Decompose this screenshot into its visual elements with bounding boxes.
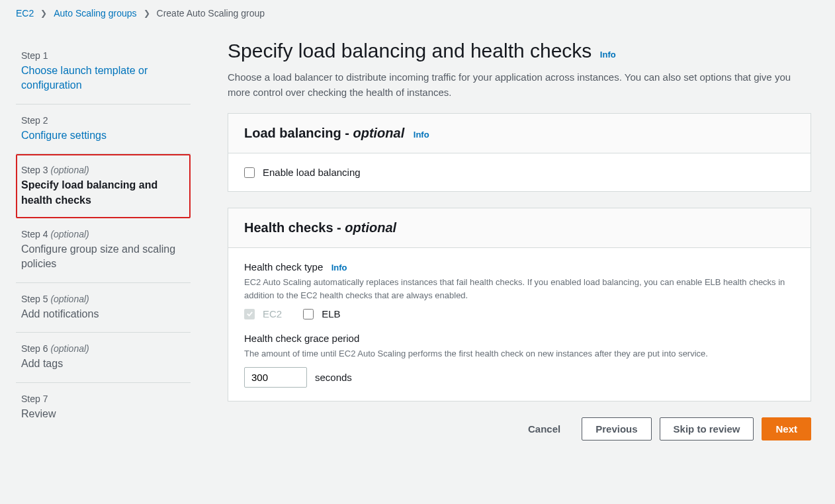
panel-header: Health checks - optional [228, 208, 811, 248]
panel-title: Load balancing - optional [244, 126, 408, 140]
grace-period-input[interactable] [244, 367, 307, 388]
wizard-step-5[interactable]: Step 5 (optional) Add notifications [16, 283, 191, 333]
field-description: The amount of time until EC2 Auto Scalin… [244, 347, 795, 360]
skip-to-review-button[interactable]: Skip to review [660, 417, 754, 441]
wizard-step-6[interactable]: Step 6 (optional) Add tags [16, 333, 191, 382]
step-label: Step 5 (optional) [21, 294, 185, 304]
breadcrumb-link-ec2[interactable]: EC2 [16, 8, 34, 19]
breadcrumb-link-asg[interactable]: Auto Scaling groups [54, 8, 136, 19]
step-label: Step 2 [21, 115, 185, 126]
panel-title: Health checks - optional [244, 220, 396, 235]
grace-period-field: Health check grace period The amount of … [244, 333, 795, 388]
health-checks-panel: Health checks - optional Health check ty… [228, 208, 811, 401]
enable-load-balancing-checkbox[interactable] [244, 167, 255, 178]
panel-body: Enable load balancing [228, 153, 811, 191]
info-link[interactable]: Info [600, 50, 616, 60]
ec2-checkbox-disabled [244, 309, 255, 319]
field-unit: seconds [315, 372, 352, 383]
info-link[interactable]: Info [331, 263, 347, 273]
field-label: Health check type [244, 261, 323, 273]
panel-header: Load balancing - optional Info [228, 114, 811, 153]
breadcrumb-current: Create Auto Scaling group [157, 8, 265, 19]
field-description: EC2 Auto Scaling automatically replaces … [244, 276, 795, 302]
check-icon [246, 310, 253, 317]
step-title: Choose launch template or configuration [21, 63, 185, 93]
wizard-step-3[interactable]: Step 3 (optional) Specify load balancing… [16, 154, 191, 218]
page-title: Specify load balancing and health checks [228, 40, 592, 62]
step-label: Step 3 (optional) [21, 165, 185, 175]
wizard-step-1[interactable]: Step 1 Choose launch template or configu… [16, 40, 191, 105]
load-balancing-panel: Load balancing - optional Info Enable lo… [228, 113, 811, 192]
wizard-step-4[interactable]: Step 4 (optional) Configure group size a… [16, 218, 191, 283]
step-label: Step 7 [21, 394, 185, 404]
elb-checkbox[interactable] [303, 309, 314, 319]
step-title: Specify load balancing and health checks [21, 178, 185, 208]
step-title: Add tags [21, 357, 185, 371]
chevron-right-icon: ❯ [144, 9, 150, 18]
checkbox-label: Enable load balancing [263, 167, 361, 178]
step-title: Add notifications [21, 307, 185, 321]
main-content: Specify load balancing and health checks… [196, 24, 811, 456]
step-title: Review [21, 407, 185, 421]
step-label: Step 6 (optional) [21, 343, 185, 354]
panel-body: Health check type Info EC2 Auto Scaling … [228, 248, 811, 401]
page-header: Specify load balancing and health checks… [228, 40, 811, 100]
chevron-right-icon: ❯ [40, 9, 47, 18]
breadcrumb: EC2 ❯ Auto Scaling groups ❯ Create Auto … [0, 0, 835, 24]
page-description: Choose a load balancer to distribute inc… [228, 70, 811, 100]
step-title: Configure group size and scaling policie… [21, 242, 185, 272]
step-label: Step 4 (optional) [21, 229, 185, 239]
checkbox-label: ELB [322, 308, 340, 319]
cancel-button[interactable]: Cancel [515, 417, 574, 441]
field-label: Health check grace period [244, 333, 359, 344]
health-check-type-field: Health check type Info EC2 Auto Scaling … [244, 261, 795, 319]
wizard-sidebar: Step 1 Choose launch template or configu… [11, 24, 196, 456]
checkbox-label: EC2 [263, 308, 282, 319]
previous-button[interactable]: Previous [582, 417, 651, 441]
step-label: Step 1 [21, 50, 185, 61]
wizard-step-7[interactable]: Step 7 Review [16, 383, 191, 432]
step-title: Configure settings [21, 128, 185, 143]
wizard-step-2[interactable]: Step 2 Configure settings [16, 105, 191, 154]
next-button[interactable]: Next [762, 417, 811, 441]
info-link[interactable]: Info [414, 130, 429, 140]
wizard-footer: Cancel Previous Skip to review Next [228, 417, 811, 441]
